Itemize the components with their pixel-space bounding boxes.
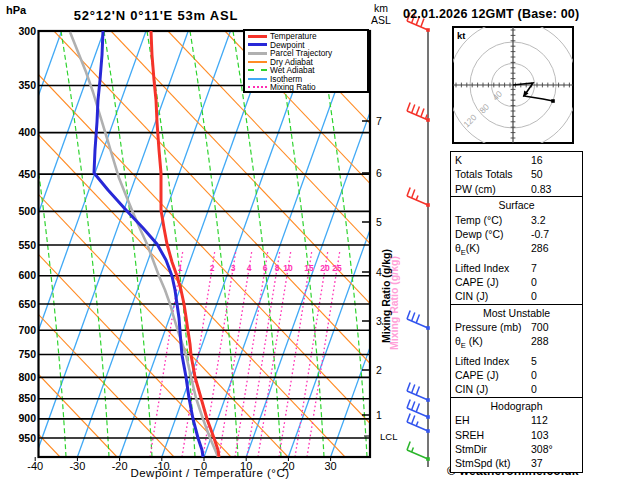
- mixing-ratio-axis-label: Mixing Ratio (g/kg): [380, 249, 392, 343]
- table-row: CIN (J)0: [451, 289, 582, 303]
- page-title: 52°12'N 0°11'E 53m ASL: [50, 8, 262, 23]
- table-row-label: θE (K): [455, 334, 531, 353]
- table-row-label: Totals Totals: [455, 167, 531, 181]
- table-row: Temp (°C)3.2: [451, 213, 582, 227]
- temp-tick-label: -40: [27, 460, 43, 472]
- table-row: K16: [451, 153, 582, 167]
- skewt-sounding-page: 1234681015202530035040045050055060065070…: [0, 0, 629, 486]
- run-datetime: 02.01.2026 12GMT (Base: 00): [403, 7, 627, 21]
- legend-line-sample: [248, 78, 267, 80]
- altitude-unit-asl: ASL: [366, 14, 396, 26]
- x-axis-title: Dewpoint / Temperature (°C): [60, 467, 360, 479]
- table-row-value: 0: [531, 382, 578, 396]
- pressure-tick-label: 450: [18, 168, 36, 180]
- legend-line-sample: [248, 61, 267, 63]
- table-row: CIN (J)0: [451, 382, 582, 396]
- dewpoint-curve: [94, 31, 203, 457]
- wind-barb: [407, 188, 430, 207]
- pressure-tick-label: 300: [18, 25, 36, 37]
- pressure-tick-label: 650: [18, 298, 36, 310]
- table-row-label: StmDir: [455, 442, 531, 456]
- table-row-label: StmSpd (kt): [455, 456, 531, 470]
- table-section-header: Most Unstable: [451, 306, 582, 320]
- pressure-tick-label: 600: [18, 269, 36, 281]
- legend-line-sample: [248, 52, 267, 55]
- table-row-value: 308°: [531, 442, 578, 456]
- legend-line-sample: [248, 43, 267, 46]
- table-row-value: 112: [531, 413, 578, 427]
- table-row-label: Temp (°C): [455, 213, 531, 227]
- wind-barb: [407, 400, 430, 419]
- km-tick-label: 7: [376, 115, 382, 127]
- table-row-label: K: [455, 153, 531, 167]
- km-tick-label: 2: [376, 364, 382, 376]
- table-row: PW (cm)0.83: [451, 182, 582, 196]
- table-row: θE(K)286: [451, 241, 582, 260]
- table-row-label: CIN (J): [455, 289, 531, 303]
- table-section: Most UnstablePressure (mb)700θE (K)288Li…: [450, 304, 583, 399]
- legend-item-label: Mixing Ratio: [270, 83, 316, 92]
- wind-barb: [407, 442, 430, 461]
- table-row-label: Pressure (mb): [455, 320, 531, 334]
- table-row-value: 0: [531, 368, 578, 382]
- table-row: CAPE (J)0: [451, 275, 582, 289]
- table-section: K16Totals Totals50PW (cm)0.83: [450, 151, 583, 198]
- pressure-tick-label: 950: [18, 432, 36, 444]
- mixing-ratio-value-label: 15: [304, 263, 314, 273]
- legend-item: Mixing Ratio: [248, 83, 367, 92]
- pressure-tick-label: 900: [18, 412, 36, 424]
- table-row: Totals Totals50: [451, 167, 582, 181]
- table-row-label: CAPE (J): [455, 368, 531, 382]
- lcl-label: LCL: [380, 431, 397, 442]
- table-row-label: θE(K): [455, 241, 531, 260]
- wind-barb-column: [407, 13, 430, 468]
- table-row-value: 700: [531, 320, 578, 334]
- table-row: Lifted Index5: [451, 354, 582, 368]
- pressure-tick-label: 800: [18, 371, 36, 383]
- table-row-value: 7: [531, 261, 578, 275]
- table-row-label: EH: [455, 413, 531, 427]
- pressure-tick-label: 700: [18, 324, 36, 336]
- mixing-ratio-value-label: 3: [231, 263, 236, 273]
- table-row: Dewp (°C)-0.7: [451, 227, 582, 241]
- legend-line-sample: [248, 35, 267, 38]
- table-row-value: 16: [531, 153, 578, 167]
- pressure-tick-label: 850: [18, 392, 36, 404]
- table-row-value: 103: [531, 428, 578, 442]
- pressure-tick-label: 550: [18, 239, 36, 251]
- table-row-value: 5: [531, 354, 578, 368]
- table-row: Pressure (mb)700: [451, 320, 582, 334]
- table-row-value: 0: [531, 289, 578, 303]
- altitude-unit-km: km: [366, 2, 396, 14]
- km-tick-label: 6: [376, 167, 382, 179]
- mixing-ratio-value-label: 10: [283, 263, 293, 273]
- indices-table: K16Totals Totals50PW (cm)0.83SurfaceTemp…: [450, 151, 583, 473]
- table-row-value: 288: [531, 334, 578, 353]
- table-section: SurfaceTemp (°C)3.2Dewp (°C)-0.7θE(K)286…: [450, 196, 583, 305]
- table-row: StmDir308°: [451, 442, 582, 456]
- wind-barb: [407, 103, 430, 122]
- table-row-label: CAPE (J): [455, 275, 531, 289]
- table-row-label: SREH: [455, 428, 531, 442]
- table-row-value: 37: [531, 456, 578, 470]
- hodograph-unit-label: kt: [457, 30, 466, 41]
- mixing-ratio-value-label: 20: [320, 263, 330, 273]
- altitude-axis-unit: km ASL: [366, 2, 396, 26]
- legend: TemperatureDewpointParcel TrajectoryDry …: [243, 29, 369, 93]
- mixing-ratio-value-label: 1: [178, 263, 183, 273]
- pressure-tick-label: 750: [18, 348, 36, 360]
- table-row: SREH103: [451, 428, 582, 442]
- table-row-label: Lifted Index: [455, 261, 531, 275]
- km-tick-label: 5: [376, 216, 382, 228]
- table-row-value: -0.7: [531, 227, 578, 241]
- table-section-header: Hodograph: [451, 399, 582, 413]
- table-row-value: 286: [531, 241, 578, 260]
- table-section: HodographEH112SREH103StmDir308°StmSpd (k…: [450, 397, 583, 472]
- table-row-label: PW (cm): [455, 182, 531, 196]
- pressure-tick-label: 400: [18, 126, 36, 138]
- mixing-ratio-value-label: 4: [247, 263, 252, 273]
- table-row-value: 50: [531, 167, 578, 181]
- table-row-label: Lifted Index: [455, 354, 531, 368]
- table-row: EH112: [451, 413, 582, 427]
- table-row: Lifted Index7: [451, 261, 582, 275]
